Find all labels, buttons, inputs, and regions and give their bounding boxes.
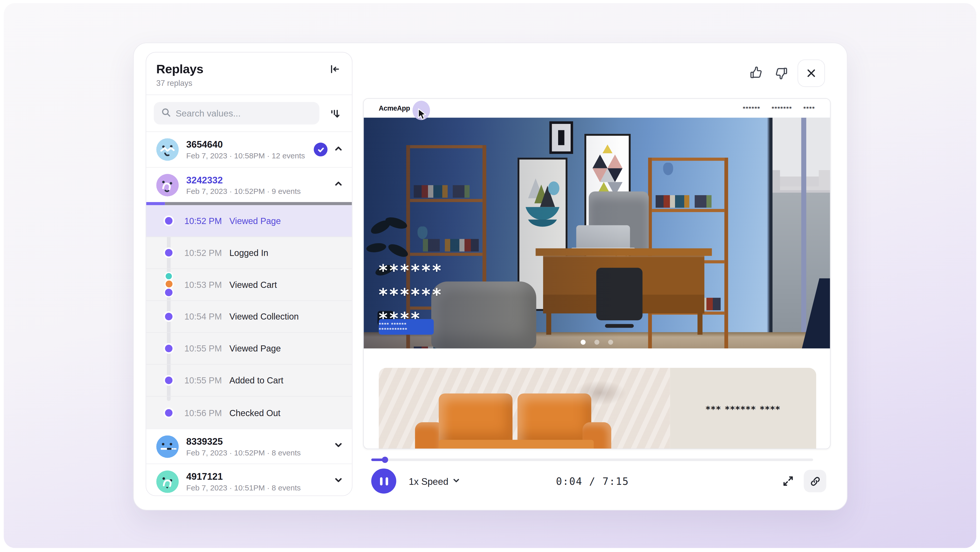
- session-progress-track: [165, 202, 352, 205]
- sort-descending-icon: [328, 112, 340, 121]
- event-time: 10:52 PM: [184, 216, 229, 226]
- event-multi-dot-icon: [165, 273, 172, 296]
- replay-count: 37 replays: [156, 79, 203, 88]
- carousel-dot: [594, 340, 600, 345]
- event-row[interactable]: 10:53 PM Viewed Cart: [146, 269, 352, 301]
- event-row[interactable]: 10:52 PM Logged In: [146, 237, 352, 269]
- thumbs-down-button[interactable]: [773, 64, 790, 82]
- carousel-dot: [608, 340, 613, 345]
- carousel-dot-active: [581, 340, 586, 345]
- carousel-dots: [364, 340, 830, 345]
- scrubber-knob[interactable]: [382, 457, 388, 463]
- close-button[interactable]: [797, 59, 825, 87]
- replays-sidebar: Replays 37 replays: [146, 52, 353, 496]
- session-id: 4917121: [186, 471, 301, 482]
- event-time: 10:55 PM: [184, 343, 229, 353]
- product-card: *** ****** ****: [379, 368, 816, 449]
- session-playback-progress: [146, 202, 352, 205]
- event-dot-icon: [165, 217, 172, 225]
- event-time: 10:56 PM: [184, 408, 229, 418]
- watched-check-badge: [313, 142, 328, 156]
- session-meta: Feb 7, 2023 · 10:52PM · 8 events: [186, 448, 301, 457]
- session-row[interactable]: 8339325 Feb 7, 2023 · 10:52PM · 8 events: [146, 429, 352, 464]
- chevron-down-icon[interactable]: [334, 440, 343, 452]
- player-controls: 1x Speed 0:04 / 7:15: [371, 469, 826, 493]
- event-row[interactable]: 10:52 PM Viewed Page: [146, 205, 352, 237]
- event-label: Logged In: [229, 248, 269, 258]
- thumbs-up-icon: [749, 73, 764, 83]
- event-label: Checked Out: [229, 408, 280, 418]
- sidebar-header: Replays 37 replays: [146, 53, 352, 94]
- event-label: Viewed Page: [229, 216, 281, 226]
- app-window: Replays 37 replays: [0, 0, 980, 552]
- replay-modal: Replays 37 replays: [133, 43, 848, 511]
- cursor-icon: [417, 108, 426, 123]
- search-row: [146, 95, 352, 131]
- hero-image: ****** ********** **** **** ****** *****…: [364, 118, 830, 348]
- chevron-up-icon[interactable]: [334, 144, 343, 156]
- event-dot-icon: [165, 377, 172, 384]
- session-meta: Feb 7, 2023 · 10:58PM · 12 events: [186, 152, 305, 160]
- thumbs-down-icon: [774, 73, 789, 83]
- product-photo: [379, 368, 670, 449]
- product-masked-text: *** ****** ****: [706, 404, 781, 414]
- event-label: Viewed Cart: [229, 280, 277, 290]
- replayed-site-nav: ****** ******* ****: [743, 105, 815, 111]
- session-row-active[interactable]: 3242332 Feb 7, 2023 · 10:52PM · 9 events: [146, 167, 352, 202]
- collapse-panel-icon: [329, 67, 341, 77]
- session-id: 3654640: [186, 139, 305, 150]
- nav-item-masked: *******: [772, 105, 792, 111]
- collapse-sidebar-button[interactable]: [328, 62, 342, 76]
- avatar: [156, 435, 179, 458]
- nav-item-masked: ******: [743, 105, 760, 111]
- event-row[interactable]: 10:56 PM Checked Out: [146, 397, 352, 429]
- session-meta: Feb 7, 2023 · 10:52PM · 9 events: [186, 187, 301, 195]
- avatar: [156, 138, 179, 161]
- event-row[interactable]: 10:55 PM Viewed Page: [146, 333, 352, 365]
- search-icon: [161, 107, 171, 119]
- thumbs-up-button[interactable]: [748, 64, 765, 82]
- sort-button[interactable]: [325, 106, 344, 120]
- event-dot-icon: [165, 345, 172, 352]
- session-id: 8339325: [186, 436, 301, 447]
- event-time: 10:55 PM: [184, 375, 229, 385]
- replay-viewport: AcmeApp ****** ******* ****: [363, 98, 831, 449]
- event-row[interactable]: 10:55 PM Added to Cart: [146, 365, 352, 397]
- replayed-site-header: AcmeApp ****** ******* ****: [364, 99, 830, 118]
- event-dot-icon: [165, 313, 172, 320]
- session-progress-fill: [146, 202, 165, 205]
- chevron-up-icon[interactable]: [334, 179, 343, 191]
- event-time: 10:52 PM: [184, 248, 229, 258]
- hero-cta-button: **** ****** ***********: [379, 319, 434, 335]
- close-icon: [806, 67, 817, 79]
- playback-scrubber[interactable]: [371, 457, 813, 463]
- event-time: 10:53 PM: [184, 280, 229, 290]
- avatar: [156, 470, 179, 493]
- session-id: 3242332: [186, 174, 301, 185]
- event-dot-icon: [165, 409, 172, 416]
- session-row[interactable]: 3654640 Feb 7, 2023 · 10:58PM · 12 event…: [146, 132, 352, 167]
- avatar: [156, 174, 179, 196]
- chevron-down-icon[interactable]: [334, 475, 343, 487]
- page-title: Replays: [156, 62, 203, 76]
- session-row[interactable]: 4917121 Feb 7, 2023 · 10:51PM · 8 events: [146, 464, 352, 496]
- replayed-site-logo: AcmeApp: [379, 104, 410, 112]
- search-box: [154, 102, 319, 124]
- toolbar: [748, 59, 825, 87]
- event-timeline: 10:52 PM Viewed Page 10:52 PM Logged In …: [146, 205, 352, 428]
- event-label: Viewed Page: [229, 343, 281, 353]
- playback-time: 0:04 / 7:15: [371, 475, 814, 487]
- event-dot-icon: [165, 249, 172, 257]
- event-label: Viewed Collection: [229, 312, 299, 322]
- session-meta: Feb 7, 2023 · 10:51PM · 8 events: [186, 483, 301, 492]
- scrubber-track[interactable]: [371, 458, 813, 461]
- event-time: 10:54 PM: [184, 312, 229, 322]
- product-text-panel: *** ****** ****: [670, 368, 816, 449]
- search-input[interactable]: [176, 108, 312, 118]
- event-row[interactable]: 10:54 PM Viewed Collection: [146, 301, 352, 333]
- nav-item-masked: ****: [803, 105, 815, 111]
- event-label: Added to Cart: [229, 375, 283, 385]
